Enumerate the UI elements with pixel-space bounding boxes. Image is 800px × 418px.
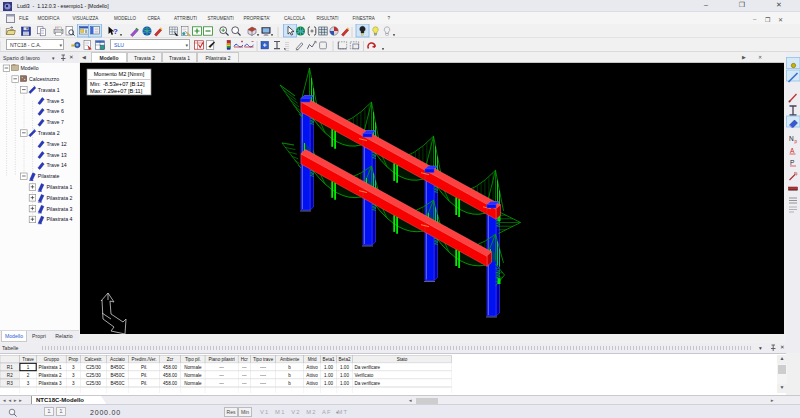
svg-text:Pilastrata 1: Pilastrata 1 [46,184,72,190]
svg-text:Pilastrata 4: Pilastrata 4 [46,216,72,222]
svg-text:---: --- [219,381,224,386]
svg-text:Acciaio: Acciaio [110,357,125,362]
svg-text:Max:: Max: [90,88,103,94]
svg-text:Normale: Normale [184,381,202,386]
svg-text:Zcr: Zcr [167,357,174,362]
svg-text:B450C: B450C [110,365,125,370]
svg-text:Verificato: Verificato [354,373,373,378]
svg-text:Beta2: Beta2 [338,357,350,362]
svg-text:3: 3 [72,373,75,378]
svg-text:458.00: 458.00 [163,381,177,386]
svg-text:Normale: Normale [184,373,202,378]
svg-text:R3: R3 [7,381,13,386]
svg-text:-8.53e+07 [B:12]: -8.53e+07 [B:12] [103,81,145,87]
svg-text:Min:: Min: [90,81,101,87]
svg-text:Pil.: Pil. [141,381,147,386]
svg-text:Trave: Trave [22,357,34,362]
svg-text:Pil.: Pil. [141,365,147,370]
svg-text:Hcr: Hcr [241,357,249,362]
svg-text:----: ---- [260,365,267,370]
svg-text:Tipo trave: Tipo trave [253,357,274,362]
svg-text:---: --- [242,381,247,386]
svg-text:p: p [795,139,798,144]
svg-text:458.00: 458.00 [163,365,177,370]
svg-text:b: b [288,365,291,370]
svg-text:R1: R1 [7,365,13,370]
svg-text:----: ---- [260,373,267,378]
svg-text:Modello: Modello [20,65,38,71]
svg-text:Momento M2 [Nmm]: Momento M2 [Nmm] [94,71,145,77]
svg-text:Da verificare: Da verificare [354,365,380,370]
svg-text:1.00: 1.00 [340,381,349,386]
svg-text:Pilastrata 2: Pilastrata 2 [46,195,72,201]
svg-text:Pilastrata 2: Pilastrata 2 [39,373,62,378]
svg-text:1.00: 1.00 [340,373,349,378]
svg-text:Mrid: Mrid [308,357,317,362]
svg-text:A: A [790,147,795,154]
svg-text:Tipo pil.: Tipo pil. [185,357,201,362]
svg-text:Attivo: Attivo [306,365,318,370]
svg-text:Da verificare: Da verificare [354,381,380,386]
svg-text:1.00: 1.00 [324,373,333,378]
svg-text:Pilastrata 3: Pilastrata 3 [39,381,62,386]
svg-text:3: 3 [27,381,30,386]
svg-text:Trave 7: Trave 7 [46,119,64,125]
svg-text:Pil.: Pil. [141,373,147,378]
svg-text:Gruppo: Gruppo [44,357,60,362]
svg-text:Travata 1: Travata 1 [38,87,60,93]
svg-text:---: --- [219,365,224,370]
svg-text:Trave 6: Trave 6 [46,108,64,114]
svg-text:Calcestruzzo: Calcestruzzo [29,76,59,82]
svg-text:1.00: 1.00 [340,365,349,370]
svg-text:Ambiente: Ambiente [280,357,300,362]
svg-text:---: --- [219,373,224,378]
svg-text:2: 2 [27,373,30,378]
svg-text:7.29e+07 [B:11]: 7.29e+07 [B:11] [103,88,143,94]
svg-text:?: ? [113,27,118,36]
svg-text:R2: R2 [7,373,13,378]
svg-text:1.00: 1.00 [324,365,333,370]
svg-text:C25/30: C25/30 [86,381,101,386]
svg-text:1: 1 [27,365,30,370]
svg-text:---: --- [242,373,247,378]
svg-text:Normale: Normale [184,365,202,370]
svg-text:Stato: Stato [397,357,408,362]
svg-text:B450C: B450C [110,381,125,386]
svg-text:B450C: B450C [110,373,125,378]
svg-text:Trave 5: Trave 5 [46,98,64,104]
svg-text:3: 3 [72,365,75,370]
svg-text:Attivo: Attivo [306,381,318,386]
svg-text:Travata 2: Travata 2 [38,130,60,136]
svg-text:C25/30: C25/30 [86,373,101,378]
svg-text:Prop: Prop [68,357,78,362]
svg-text:b: b [288,381,291,386]
svg-text:---: --- [242,365,247,370]
svg-text:C25/30: C25/30 [86,365,101,370]
svg-text:Pilastrata 3: Pilastrata 3 [46,206,72,212]
svg-text:b: b [288,373,291,378]
svg-text:Piano pilastri: Piano pilastri [208,357,234,362]
svg-text:Beta1: Beta1 [323,357,335,362]
svg-text:Pilastrate: Pilastrate [38,173,60,179]
svg-text:Trave 13: Trave 13 [46,152,66,158]
svg-text:Trave 12: Trave 12 [46,141,66,147]
svg-text:3: 3 [72,381,75,386]
svg-text:1.00: 1.00 [324,381,333,386]
svg-text:N: N [789,135,794,142]
svg-text:Pilastrata 1: Pilastrata 1 [39,365,62,370]
svg-text:P: P [790,159,794,166]
svg-text:Trave 14: Trave 14 [46,162,66,168]
svg-text:----: ---- [260,381,267,386]
svg-text:Predim./Ver.: Predim./Ver. [132,357,157,362]
svg-text:458.00: 458.00 [163,373,177,378]
svg-text:Attivo: Attivo [306,373,318,378]
svg-text:Calcestr.: Calcestr. [84,357,102,362]
